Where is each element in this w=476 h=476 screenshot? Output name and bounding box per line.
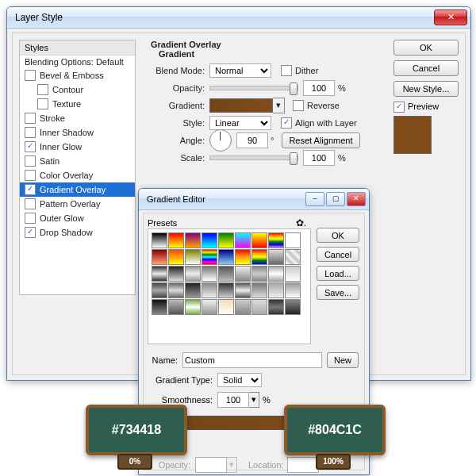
preset-swatch[interactable] bbox=[168, 249, 184, 265]
load-button[interactable]: Load... bbox=[317, 266, 359, 281]
cancel-button[interactable]: Cancel bbox=[317, 247, 359, 262]
scale-input[interactable] bbox=[303, 150, 335, 166]
ok-button[interactable]: OK bbox=[317, 228, 359, 243]
checkbox[interactable] bbox=[25, 70, 36, 81]
preset-swatch[interactable] bbox=[202, 266, 217, 282]
style-item[interactable]: Stroke bbox=[20, 111, 135, 125]
style-item[interactable]: Contour bbox=[20, 83, 135, 97]
checkbox[interactable] bbox=[25, 155, 36, 167]
preset-swatch[interactable] bbox=[251, 232, 267, 248]
preset-swatch[interactable] bbox=[268, 266, 284, 282]
preset-swatch[interactable] bbox=[235, 249, 251, 265]
style-item[interactable]: Color Overlay bbox=[20, 168, 135, 182]
reset-alignment-button[interactable]: Reset Alignment bbox=[282, 132, 359, 148]
presets-menu-icon[interactable]: ✿. bbox=[296, 217, 306, 228]
style-item[interactable]: Inner Shadow bbox=[20, 125, 135, 140]
style-select[interactable]: Linear bbox=[209, 116, 271, 130]
preset-swatch[interactable] bbox=[235, 299, 251, 315]
preset-swatch[interactable] bbox=[251, 282, 267, 298]
preset-swatch[interactable] bbox=[185, 299, 201, 315]
preset-swatch[interactable] bbox=[285, 232, 301, 248]
preset-swatch[interactable] bbox=[185, 249, 201, 265]
dither-checkbox[interactable] bbox=[281, 65, 292, 76]
name-input[interactable] bbox=[182, 352, 322, 368]
preset-swatch[interactable] bbox=[268, 282, 284, 298]
scale-slider[interactable] bbox=[209, 155, 298, 160]
preset-swatch[interactable] bbox=[168, 266, 184, 282]
style-item[interactable]: Satin bbox=[20, 154, 135, 168]
checkbox[interactable] bbox=[25, 113, 36, 124]
style-item[interactable]: Outer Glow bbox=[20, 211, 135, 225]
maximize-icon[interactable]: ▢ bbox=[326, 192, 345, 206]
titlebar[interactable]: Layer Style ✕ bbox=[7, 7, 470, 29]
preset-swatch[interactable] bbox=[202, 299, 217, 315]
preset-swatch[interactable] bbox=[152, 249, 167, 265]
preset-swatch[interactable] bbox=[285, 266, 301, 282]
style-item[interactable]: ✓Inner Glow bbox=[20, 140, 135, 154]
preset-swatch[interactable] bbox=[202, 232, 217, 248]
style-item[interactable]: Texture bbox=[20, 97, 135, 111]
preset-swatch[interactable] bbox=[152, 266, 167, 282]
preset-swatch[interactable] bbox=[152, 299, 167, 315]
style-item[interactable]: ✓Gradient Overlay bbox=[20, 182, 135, 197]
preset-swatch[interactable] bbox=[218, 299, 234, 315]
angle-input[interactable] bbox=[236, 132, 268, 148]
preset-swatch[interactable] bbox=[251, 266, 267, 282]
cancel-button[interactable]: Cancel bbox=[393, 60, 459, 76]
preset-swatch[interactable] bbox=[185, 282, 201, 298]
preset-swatch[interactable] bbox=[202, 282, 217, 298]
preset-swatch[interactable] bbox=[285, 282, 301, 298]
preset-swatch[interactable] bbox=[235, 282, 251, 298]
preset-swatch[interactable] bbox=[152, 232, 167, 248]
preset-swatch[interactable] bbox=[152, 282, 167, 298]
preset-swatch[interactable] bbox=[285, 249, 301, 265]
close-icon[interactable]: ✕ bbox=[347, 192, 366, 206]
checkbox[interactable] bbox=[25, 198, 36, 209]
preset-swatch[interactable] bbox=[218, 232, 234, 248]
titlebar[interactable]: Gradient Editor – ▢ ✕ bbox=[139, 189, 369, 210]
gradient-dropdown-icon[interactable]: ▾ bbox=[273, 98, 285, 113]
new-style-button[interactable]: New Style... bbox=[393, 81, 459, 97]
minimize-icon[interactable]: – bbox=[305, 192, 324, 206]
preset-swatch[interactable] bbox=[268, 232, 284, 248]
new-button[interactable]: New bbox=[327, 352, 359, 368]
checkbox[interactable] bbox=[25, 127, 36, 138]
preset-swatch[interactable] bbox=[251, 299, 267, 315]
style-item[interactable]: ✓Drop Shadow bbox=[20, 225, 135, 240]
preset-swatch[interactable] bbox=[168, 282, 184, 298]
preset-swatch[interactable] bbox=[218, 266, 234, 282]
style-item[interactable]: Bevel & Emboss bbox=[20, 68, 135, 83]
checkbox[interactable]: ✓ bbox=[25, 227, 36, 238]
preset-swatch[interactable] bbox=[251, 249, 267, 265]
preset-swatch[interactable] bbox=[218, 282, 234, 298]
blend-mode-select[interactable]: Normal bbox=[209, 63, 271, 78]
preset-swatch[interactable] bbox=[218, 249, 234, 265]
preset-swatch[interactable] bbox=[235, 266, 251, 282]
opacity-slider[interactable] bbox=[209, 86, 298, 90]
save-button[interactable]: Save... bbox=[317, 285, 359, 300]
gradient-type-select[interactable]: Solid bbox=[217, 373, 262, 387]
align-checkbox[interactable]: ✓ bbox=[281, 117, 292, 129]
blending-options-row[interactable]: Blending Options: Default bbox=[20, 56, 135, 68]
preset-swatch[interactable] bbox=[268, 299, 284, 315]
preset-swatch[interactable] bbox=[168, 232, 184, 248]
checkbox[interactable] bbox=[37, 84, 48, 95]
preset-swatch[interactable] bbox=[268, 249, 284, 265]
ok-button[interactable]: OK bbox=[393, 40, 459, 56]
reverse-checkbox[interactable] bbox=[293, 100, 304, 111]
preset-swatch[interactable] bbox=[185, 266, 201, 282]
opacity-input[interactable] bbox=[303, 80, 335, 96]
checkbox[interactable] bbox=[25, 213, 36, 224]
preview-checkbox[interactable]: ✓ bbox=[393, 102, 405, 113]
gradient-preview[interactable] bbox=[209, 98, 273, 113]
checkbox[interactable] bbox=[37, 98, 48, 109]
preset-swatch[interactable] bbox=[235, 232, 251, 248]
checkbox[interactable]: ✓ bbox=[25, 141, 36, 152]
preset-swatch[interactable] bbox=[202, 249, 217, 265]
preset-swatch[interactable] bbox=[285, 299, 301, 315]
close-button[interactable]: ✕ bbox=[434, 10, 467, 25]
checkbox[interactable] bbox=[25, 170, 36, 181]
preset-swatch[interactable] bbox=[168, 299, 184, 315]
checkbox[interactable]: ✓ bbox=[25, 184, 36, 195]
angle-wheel[interactable] bbox=[209, 129, 232, 152]
